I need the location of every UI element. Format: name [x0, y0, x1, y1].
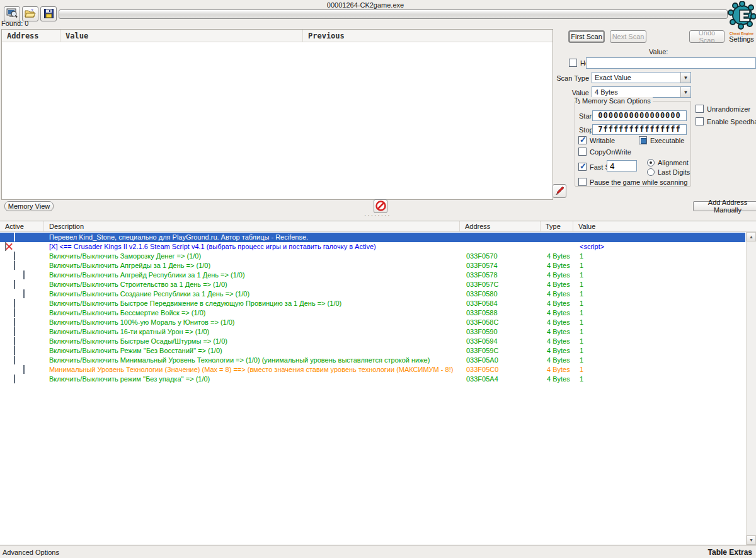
table-row[interactable]: [X] <== Crusader Kings II v2.1.6 Steam S…: [0, 242, 745, 252]
active-checkbox[interactable]: [23, 270, 25, 279]
enable-speedhack-checkbox[interactable]: [696, 117, 704, 125]
found-col-previous[interactable]: Previous: [303, 30, 553, 42]
found-col-address[interactable]: Address: [2, 30, 60, 42]
fast-scan-alignment-input[interactable]: [607, 160, 637, 171]
table-row[interactable]: Включить/Выключить Апгрейды за 1 День =>…: [0, 261, 745, 270]
scan-type-select[interactable]: Exact Value ▼: [592, 72, 691, 83]
row-address: 033F0584: [466, 299, 498, 307]
row-value: 1: [580, 366, 583, 373]
col-active[interactable]: Active: [0, 221, 44, 232]
col-description[interactable]: Description: [44, 221, 460, 232]
stop-address-input[interactable]: 7fffffffffffffff: [592, 124, 687, 135]
copyonwrite-checkbox[interactable]: [578, 148, 587, 156]
col-value[interactable]: Value: [573, 221, 756, 232]
active-checkbox[interactable]: [14, 252, 15, 260]
active-checkbox[interactable]: [23, 365, 25, 374]
advanced-options-link[interactable]: Advanced Options: [3, 549, 59, 556]
scroll-down-icon[interactable]: ▼: [747, 535, 756, 545]
first-scan-button[interactable]: First Scan: [568, 30, 605, 43]
table-row[interactable]: Включить/Выключить 16-ти кратный Урон =>…: [0, 327, 745, 337]
writable-checkbox[interactable]: [578, 136, 587, 144]
row-address: 033F0574: [466, 262, 498, 269]
col-type[interactable]: Type: [541, 221, 573, 232]
table-row[interactable]: Включить/Выключить Минимальный Уровень Т…: [0, 356, 745, 365]
row-value: 1: [580, 262, 583, 269]
start-address-input[interactable]: 0000000000000000: [592, 110, 687, 121]
active-checkbox[interactable]: [14, 308, 15, 317]
row-type: 4 Bytes: [547, 262, 570, 269]
table-row[interactable]: Включить/Выключить Режим ''Без Восстаний…: [0, 346, 745, 356]
row-type: 4 Bytes: [547, 252, 570, 260]
row-description: Включить/Выключить Минимальный Уровень Т…: [49, 356, 430, 364]
active-checkbox[interactable]: [14, 356, 15, 364]
row-address: 033F057C: [466, 281, 498, 288]
scan-value-input[interactable]: [586, 57, 756, 69]
row-description: Включить/Выключить режим ''Без упадка'' …: [49, 375, 210, 383]
alignment-radio[interactable]: [647, 159, 655, 166]
cancel-scan-button[interactable]: [374, 199, 387, 213]
add-address-manually-button[interactable]: Add Address Manually: [693, 201, 756, 211]
unrandomizer-checkbox[interactable]: [696, 105, 704, 113]
table-scrollbar[interactable]: ▲ ▼: [746, 232, 756, 545]
table-row[interactable]: Включить/Выключить режим ''Без упадка'' …: [0, 375, 745, 384]
active-checkbox[interactable]: [23, 289, 25, 298]
active-checkbox[interactable]: [14, 327, 15, 336]
table-row[interactable]: Включить/Выключить Создание Республики з…: [0, 289, 745, 299]
row-description: Включить/Выключить Быстрое Передвижение …: [49, 299, 341, 307]
row-value: 1: [580, 318, 583, 326]
chevron-down-icon[interactable]: ▼: [680, 87, 690, 97]
value-label: Value:: [649, 48, 668, 55]
active-checkbox[interactable]: [14, 261, 15, 270]
table-row[interactable]: Включить/Выключить Строительство за 1 Де…: [0, 280, 745, 289]
row-description: Включить/Выключить Создание Республики з…: [49, 290, 249, 298]
table-extras-link[interactable]: Table Extras: [708, 548, 752, 557]
splitter-handle[interactable]: ········: [364, 212, 391, 219]
col-address[interactable]: Address: [460, 221, 541, 232]
table-row[interactable]: Включить/Выключить Быстрые Осады/Штурмы …: [0, 337, 745, 346]
active-checkbox[interactable]: [14, 280, 15, 289]
table-row[interactable]: Включить/Выключить 100%-ую Мораль у Юнит…: [0, 318, 745, 327]
last-digits-radio[interactable]: [647, 168, 655, 176]
pause-game-label: Pause the game while scanning: [590, 178, 687, 186]
table-row[interactable]: Перевел Kind_Stone, специально для PlayG…: [0, 233, 745, 242]
table-row[interactable]: Включить/Выключить Заморозку Денег => (1…: [0, 252, 745, 261]
active-checkbox[interactable]: [14, 299, 15, 308]
settings-link[interactable]: Settings: [727, 35, 756, 43]
executable-checkbox[interactable]: [639, 136, 647, 144]
row-value: 1: [580, 375, 583, 383]
chevron-down-icon[interactable]: ▼: [680, 73, 690, 83]
value-type-select[interactable]: 4 Bytes ▼: [592, 86, 691, 98]
save-table-button[interactable]: [40, 6, 57, 21]
active-checkbox[interactable]: [14, 233, 15, 241]
undo-scan-button[interactable]: Undo Scan: [689, 30, 724, 43]
active-checkbox[interactable]: [5, 242, 6, 251]
pencil-icon: [555, 186, 564, 196]
active-checkbox[interactable]: [14, 318, 15, 327]
memory-scan-options-title: Memory Scan Options: [580, 97, 653, 105]
table-row[interactable]: Включить/Выключить Быстрое Передвижение …: [0, 299, 745, 308]
row-description: Включить/Выключить Режим ''Без Восстаний…: [49, 347, 222, 354]
found-col-value[interactable]: Value: [60, 30, 303, 42]
table-row[interactable]: Минимальный Уровень Технологии (Значение…: [0, 365, 745, 375]
hex-checkbox[interactable]: [569, 59, 577, 67]
edit-scan-settings-button[interactable]: [553, 184, 566, 198]
active-checkbox[interactable]: [14, 337, 15, 346]
row-description: Включить/Выключить 16-ти кратный Урон =>…: [49, 328, 209, 335]
table-row[interactable]: Включить/Выключить Апгрейд Республики за…: [0, 270, 745, 280]
start-label: Start: [579, 112, 593, 120]
unrandomizer-label: Unrandomizer: [707, 105, 750, 113]
table-row[interactable]: Включить/Выключить Бессмертие Войск => (…: [0, 308, 745, 318]
row-type: 4 Bytes: [547, 337, 570, 345]
active-checkbox[interactable]: [14, 375, 15, 383]
row-value: 1: [580, 271, 583, 279]
pause-game-checkbox[interactable]: [578, 178, 587, 186]
executable-label: Executable: [650, 137, 684, 144]
next-scan-button[interactable]: Next Scan: [610, 30, 646, 43]
memory-view-button[interactable]: Memory View: [4, 201, 54, 211]
fast-scan-checkbox[interactable]: [578, 163, 587, 171]
found-list[interactable]: Address Value Previous: [1, 29, 553, 200]
row-address: 033F059C: [466, 347, 498, 354]
scroll-up-icon[interactable]: ▲: [747, 232, 756, 241]
cheat-engine-logo-icon[interactable]: [727, 24, 756, 32]
active-checkbox[interactable]: [14, 346, 15, 355]
